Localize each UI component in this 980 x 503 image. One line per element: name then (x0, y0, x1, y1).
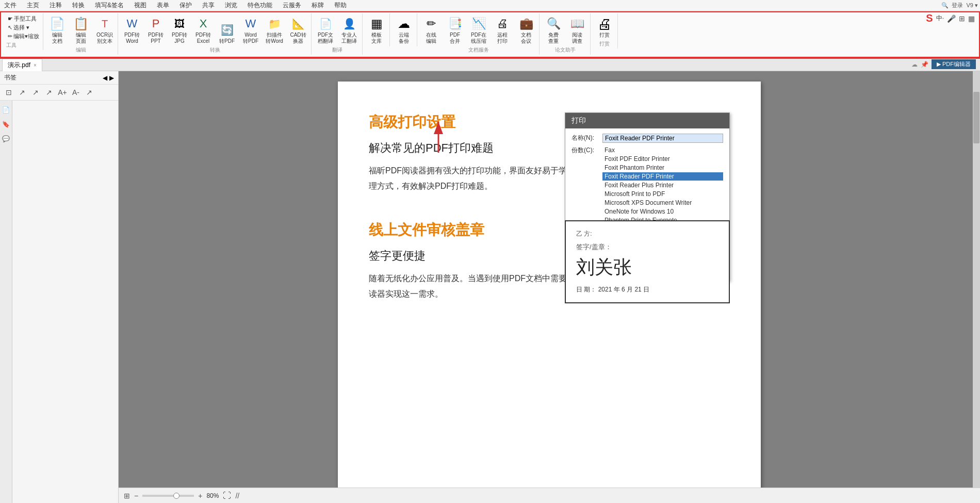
sidebar-icon-page[interactable]: 📄 (1, 105, 11, 115)
sidebar-content: 📄 🔖 💬 (0, 101, 118, 503)
print-copies-label: 份数(C): (571, 146, 602, 155)
tab-bar: 演示.pdf × ☁ 📌 ▶ PDF编辑器 (0, 58, 980, 71)
menu-view[interactable]: 视图 (132, 0, 149, 11)
pdf-to-jpg-btn[interactable]: 🖼 PDF转JPG (169, 14, 190, 45)
pdf-editor-label[interactable]: ▶ PDF编辑器 (932, 59, 976, 69)
sidebar-tool-5[interactable]: A+ (57, 87, 68, 98)
ocr-icon: T (96, 15, 113, 32)
sidebar-tool-3[interactable]: ↗ (30, 87, 41, 98)
tools-group-label: 工具 (6, 42, 17, 49)
cloud-icon: ☁ (911, 61, 918, 68)
signature-date-label: 日 期： (576, 286, 596, 293)
word-to-pdf-btn[interactable]: W Word转PDF (240, 14, 262, 45)
pdf-to-ppt-btn[interactable]: P PDF转PPT (145, 14, 167, 45)
menu-share[interactable]: 共享 (200, 0, 217, 11)
reading-survey-btn[interactable]: 📖 阅读调查 (566, 14, 588, 45)
printer-item-ms-xps[interactable]: Microsoft XPS Document Writer (602, 199, 723, 207)
online-edit-btn[interactable]: ✏ 在线编辑 (420, 14, 442, 45)
sogou-logo: S (926, 12, 933, 24)
edit-page-btn[interactable]: 📋 编辑页面 (70, 14, 92, 45)
sidebar-tool-1[interactable]: ⊡ (3, 87, 14, 98)
menu-home[interactable]: 主页 (25, 0, 41, 11)
pdf-translate-btn[interactable]: 📄 PDF文档翻译 (315, 14, 336, 45)
printer-item-foxit-editor[interactable]: Foxit PDF Editor Printer (602, 155, 723, 163)
zoom-plus-btn[interactable]: + (198, 492, 202, 500)
hand-tool-btn[interactable]: ☛ 手型工具 (6, 14, 38, 23)
sidebar-tool-6[interactable]: A- (70, 87, 81, 98)
thumbnail-icon[interactable]: ⊞ (124, 492, 130, 500)
menu-help[interactable]: 帮助 (332, 0, 349, 11)
print-name-field[interactable] (602, 134, 723, 143)
print-name-label: 名称(N): (571, 134, 602, 142)
cloud-icons-row: ☁ 云端备份 (393, 14, 415, 45)
menu-file[interactable]: 文件 (2, 0, 19, 11)
sidebar-icon-annotation[interactable]: 💬 (1, 134, 11, 144)
pdf-to-word-btn[interactable]: W PDF转Word (121, 14, 143, 45)
to-pdf-btn[interactable]: 🔄 转PDF (216, 21, 238, 45)
menu-cloud[interactable]: 云服务 (281, 0, 303, 11)
select-tool-btn[interactable]: ↖ 选择 ▾ (6, 23, 31, 32)
reading-survey-icon: 📖 (569, 15, 585, 32)
cloud-backup-btn[interactable]: ☁ 云端备份 (393, 14, 415, 45)
menu-special[interactable]: 特色功能 (246, 0, 274, 11)
edit-doc-btn[interactable]: 📄 编辑文档 (46, 14, 68, 45)
menu-signboard[interactable]: 标牌 (309, 0, 326, 11)
scrollbar-thumb[interactable] (973, 92, 979, 143)
print-name-row: 名称(N): (571, 134, 723, 143)
mic-icon[interactable]: 🎤 (947, 14, 956, 23)
sidebar-tool-2[interactable]: ↗ (17, 87, 28, 98)
sidebar-forward-icon[interactable]: ▶ (109, 74, 114, 82)
sidebar: 书签 ◀ ▶ ⊡ ↗ ↗ ↗ A+ A- ↗ 📄 🔖 💬 (0, 71, 119, 503)
remote-print-btn[interactable]: 🖨 远程打印 (492, 14, 513, 45)
menu-bar: 文件 主页 注释 转换 填写&签名 视图 表单 保护 共享 浏览 特色功能 云服… (0, 0, 980, 11)
print-reward-btn[interactable]: 🖨 打赏 (594, 14, 615, 39)
menu-protect[interactable]: 保护 (177, 0, 194, 11)
free-check-btn[interactable]: 🔍 免费查重 (543, 14, 564, 45)
pdf-compress-btn[interactable]: 📉 PDF在线压缩 (468, 14, 489, 45)
scan-to-word-btn[interactable]: 📁 扫描件转Word (264, 14, 285, 45)
pdf-to-excel-btn[interactable]: X PDF转Excel (192, 14, 214, 45)
printer-item-foxit-reader[interactable]: Foxit Reader PDF Printer (602, 172, 723, 181)
edit-zoom-btn[interactable]: ✏ 编辑▾缩放 (6, 32, 41, 41)
sidebar-icon-bookmark[interactable]: 🔖 (1, 119, 11, 129)
sidebar-tool-7[interactable]: ↗ (84, 87, 95, 98)
printer-item-foxit-reader-plus[interactable]: Foxit Reader Plus Printer (602, 181, 723, 189)
ocr-btn[interactable]: T OCR识别文本 (94, 14, 116, 45)
grid-icon[interactable]: ▦ (968, 14, 975, 23)
menu-fill-sign[interactable]: 填写&签名 (93, 0, 126, 11)
login-label[interactable]: 登录 (952, 2, 963, 9)
tab-demo-pdf[interactable]: 演示.pdf × (2, 59, 42, 71)
template-btn[interactable]: ▦ 模板文库 (366, 14, 387, 45)
zoom-slider[interactable] (142, 495, 194, 497)
zoom-value: 80% (206, 492, 219, 499)
pdf-merge-btn[interactable]: 📑 PDF合并 (444, 14, 466, 45)
pdf-to-excel-icon: X (195, 15, 211, 32)
printer-item-ms-pdf[interactable]: Microsoft Print to PDF (602, 190, 723, 198)
tab-close-btn[interactable]: × (34, 62, 37, 68)
printer-item-onenote[interactable]: OneNote for Windows 10 (602, 207, 723, 216)
reading-survey-label: 阅读调查 (572, 32, 582, 44)
pro-translate-btn[interactable]: 👤 专业人工翻译 (338, 14, 360, 45)
template-icon: ▦ (368, 15, 385, 32)
free-check-label: 免费查重 (548, 32, 559, 44)
zoom-slider-thumb[interactable] (173, 493, 179, 499)
menu-annotation[interactable]: 注释 (47, 0, 64, 11)
search-input-area[interactable]: 🔍 (941, 2, 949, 9)
menu-form[interactable]: 表单 (155, 0, 171, 11)
screen-icon[interactable]: ⊞ (959, 14, 965, 23)
printer-item-fax[interactable]: Fax (602, 146, 723, 154)
fullscreen-icon[interactable]: ⛶ (223, 491, 231, 500)
menu-convert[interactable]: 转换 (70, 0, 87, 11)
menu-browse[interactable]: 浏览 (223, 0, 239, 11)
print-name-input[interactable] (602, 134, 723, 143)
sidebar-back-icon[interactable]: ◀ (103, 74, 107, 82)
ime-label[interactable]: 中· (936, 14, 944, 23)
pdf-scrollbar[interactable] (973, 71, 980, 488)
print-dialog-header: 打印 (565, 113, 729, 128)
doc-meeting-btn[interactable]: 💼 文档会议 (515, 14, 537, 45)
ribbon-thesis-group: 🔍 免费查重 📖 阅读调查 论文助手 (541, 13, 591, 55)
sidebar-tool-4[interactable]: ↗ (43, 87, 55, 98)
printer-item-foxit-phantom[interactable]: Foxit Phantom Printer (602, 164, 723, 172)
cad-convert-btn[interactable]: 📐 CAD转换器 (287, 14, 309, 45)
zoom-minus-btn[interactable]: − (134, 492, 138, 500)
